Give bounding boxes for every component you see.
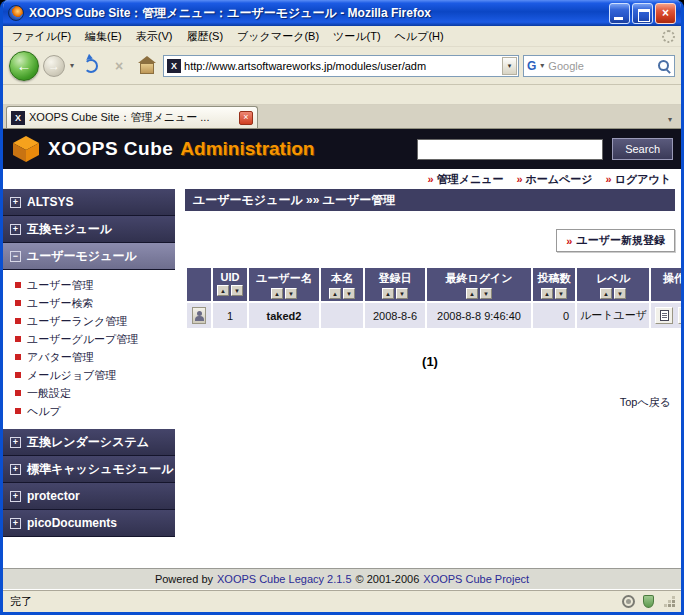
- browser-content: XOOPS Cube Administration Search »管理メニュー…: [3, 129, 681, 589]
- resize-grip[interactable]: [662, 594, 677, 609]
- sidebar-group-compat-modules[interactable]: + 互換モジュール: [3, 216, 175, 243]
- tab-strip: X XOOPS Cube Site：管理メニュー ... × ▾: [3, 105, 681, 129]
- close-button[interactable]: ×: [655, 3, 676, 24]
- sidebar-item-general-settings[interactable]: 一般設定: [15, 384, 175, 402]
- magnifier-icon[interactable]: [657, 59, 671, 73]
- sidebar-submenu: ユーザー管理 ユーザー検索 ユーザーランク管理 ユーザーグループ管理 アバター管…: [3, 270, 175, 429]
- bookmarks-toolbar: [3, 85, 681, 105]
- site-search-input[interactable]: [417, 139, 603, 160]
- reload-icon: [84, 59, 98, 73]
- sort-desc-button[interactable]: ▼: [614, 288, 626, 299]
- user-info-button[interactable]: [655, 307, 673, 324]
- sidebar-item-mailjob-manage[interactable]: メールジョブ管理: [15, 366, 175, 384]
- sort-asc-button[interactable]: ▲: [329, 288, 341, 299]
- cell-posts: 0: [533, 303, 575, 328]
- plus-icon: +: [10, 197, 21, 208]
- new-user-button[interactable]: » ユーザー新規登録: [556, 229, 675, 252]
- project-link[interactable]: XOOPS Cube Project: [423, 573, 529, 585]
- sort-asc-button[interactable]: ▲: [541, 288, 553, 299]
- bullet-icon: [15, 336, 21, 342]
- search-bar: G ▾: [523, 55, 675, 77]
- edit-user-button[interactable]: [678, 307, 681, 324]
- sort-asc-button[interactable]: ▲: [600, 288, 612, 299]
- sidebar-item-user-search[interactable]: ユーザー検索: [15, 294, 175, 312]
- firefox-window: XOOPS Cube Site：管理メニュー：ユーザーモジュール - Mozil…: [0, 0, 684, 615]
- nav-admin-menu[interactable]: »管理メニュー: [428, 172, 504, 187]
- forward-button[interactable]: →: [43, 55, 65, 77]
- sort-asc-button[interactable]: ▲: [217, 285, 229, 296]
- powered-by-text: Powered by: [155, 573, 213, 585]
- sort-desc-button[interactable]: ▼: [231, 285, 243, 296]
- xoops-logo-icon: [11, 135, 41, 163]
- web-search-input[interactable]: [548, 57, 654, 75]
- sidebar-item-user-group-manage[interactable]: ユーザーグループ管理: [15, 330, 175, 348]
- tab-close-button[interactable]: ×: [239, 111, 253, 125]
- close-icon: ×: [662, 6, 669, 20]
- url-input[interactable]: [184, 57, 499, 75]
- sidebar-group-altsys[interactable]: + ALTSYS: [3, 189, 175, 216]
- google-icon: G: [527, 59, 536, 73]
- nav-home-page[interactable]: »ホームページ: [516, 172, 592, 187]
- menu-tools[interactable]: ツール(T): [326, 26, 388, 47]
- url-dropdown-button[interactable]: ▾: [502, 57, 517, 75]
- back-to-top-link[interactable]: Topへ戻る: [185, 395, 675, 410]
- sidebar: + ALTSYS + 互換モジュール − ユーザーモジュール ユーザー管理 ユー…: [3, 189, 175, 568]
- cell-level: ルートユーザ: [577, 303, 649, 328]
- firefox-icon: [8, 5, 24, 21]
- cell-avatar: [187, 303, 211, 328]
- tab-favicon: X: [11, 111, 25, 125]
- sort-asc-button[interactable]: ▲: [382, 288, 394, 299]
- sidebar-item-help[interactable]: ヘルプ: [15, 402, 175, 420]
- column-header-avatar: [187, 268, 211, 301]
- sidebar-group-cache-module[interactable]: + 標準キャッシュモジュール: [3, 456, 175, 483]
- admin-section-title: Administration: [180, 138, 314, 160]
- bullet-icon: [15, 300, 21, 306]
- maximize-button[interactable]: [632, 3, 653, 24]
- menu-bookmarks[interactable]: ブックマーク(B): [230, 26, 326, 47]
- titlebar[interactable]: XOOPS Cube Site：管理メニュー：ユーザーモジュール - Mozil…: [3, 0, 681, 26]
- history-dropdown-button[interactable]: ▾: [69, 61, 75, 70]
- sidebar-item-avatar-manage[interactable]: アバター管理: [15, 348, 175, 366]
- sidebar-item-user-manage[interactable]: ユーザー管理: [15, 276, 175, 294]
- stop-button[interactable]: ×: [107, 53, 131, 79]
- nav-logout[interactable]: »ログアウト: [606, 172, 671, 187]
- menu-history[interactable]: 履歴(S): [179, 26, 230, 47]
- status-text: 完了: [7, 594, 32, 609]
- plus-icon: +: [10, 518, 21, 529]
- column-header-level: レベル ▲▼: [577, 268, 649, 301]
- sort-desc-button[interactable]: ▼: [555, 288, 567, 299]
- bullet-icon: [15, 390, 21, 396]
- sidebar-group-picodocuments[interactable]: + picoDocuments: [3, 510, 175, 537]
- minimize-button[interactable]: [609, 3, 630, 24]
- security-icon[interactable]: [643, 595, 654, 608]
- main-content: ユーザーモジュール »» ユーザー管理 » ユーザー新規登録: [179, 189, 681, 568]
- extension-icon[interactable]: [622, 595, 635, 608]
- cell-uid: 1: [213, 303, 247, 328]
- sort-desc-button[interactable]: ▼: [396, 288, 408, 299]
- sort-desc-button[interactable]: ▼: [285, 288, 297, 299]
- home-button[interactable]: [135, 53, 159, 79]
- back-button[interactable]: ←: [9, 51, 39, 81]
- sort-desc-button[interactable]: ▼: [480, 288, 492, 299]
- page-body: + ALTSYS + 互換モジュール − ユーザーモジュール ユーザー管理 ユー…: [3, 189, 681, 568]
- sidebar-group-compat-render[interactable]: + 互換レンダーシステム: [3, 429, 175, 456]
- sidebar-group-user-module[interactable]: − ユーザーモジュール: [3, 243, 175, 270]
- tab-list-button[interactable]: ▾: [662, 110, 678, 128]
- tab-active[interactable]: X XOOPS Cube Site：管理メニュー ... ×: [6, 106, 258, 128]
- menu-file[interactable]: ファイル(F): [5, 26, 78, 47]
- menu-view[interactable]: 表示(V): [129, 26, 180, 47]
- sort-asc-button[interactable]: ▲: [271, 288, 283, 299]
- sidebar-group-protector[interactable]: + protector: [3, 483, 175, 510]
- legacy-link[interactable]: XOOPS Cube Legacy 2.1.5: [217, 573, 352, 585]
- cell-username: taked2: [249, 303, 319, 328]
- sort-desc-button[interactable]: ▼: [343, 288, 355, 299]
- arrow-icon: »: [566, 235, 572, 247]
- menu-help[interactable]: ヘルプ(H): [388, 26, 451, 47]
- menu-edit[interactable]: 編集(E): [78, 26, 129, 47]
- sidebar-item-user-rank-manage[interactable]: ユーザーランク管理: [15, 312, 175, 330]
- stop-icon: ×: [115, 58, 123, 74]
- site-search-button[interactable]: Search: [612, 138, 673, 160]
- reload-button[interactable]: [79, 53, 103, 79]
- sort-asc-button[interactable]: ▲: [466, 288, 478, 299]
- search-engine-dropdown[interactable]: ▾: [539, 61, 545, 70]
